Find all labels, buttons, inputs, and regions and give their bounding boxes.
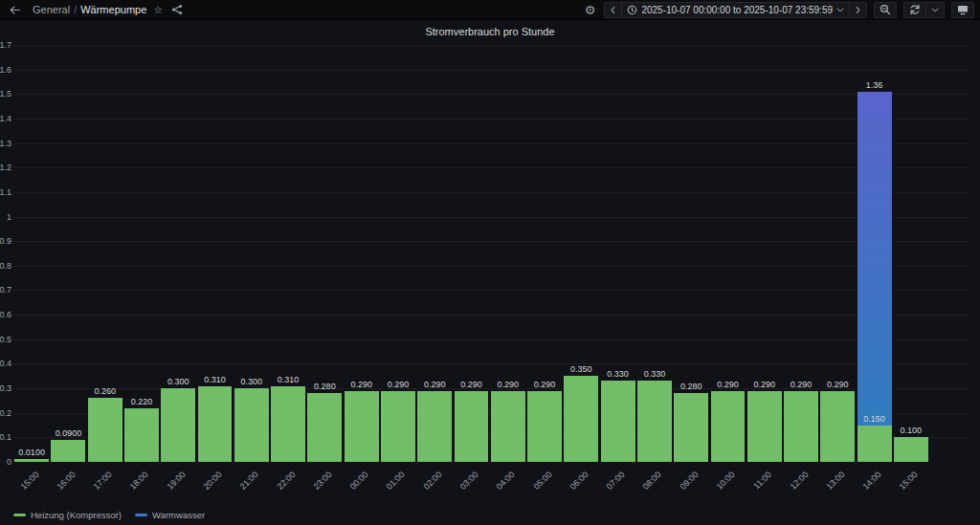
bar-value-label: 0.290 <box>534 380 556 389</box>
x-tick-label: 08:00 <box>641 470 663 492</box>
bar-segment-heizung[interactable] <box>307 393 342 462</box>
y-tick-label: 1.3 <box>0 139 11 148</box>
bar-value-label: 0.280 <box>680 382 702 391</box>
x-tick-label: 02:00 <box>421 470 443 492</box>
y-tick-label: 0.5 <box>0 335 11 344</box>
bar-value-label: 0.220 <box>131 397 153 406</box>
y-tick-label: 0 <box>7 457 11 467</box>
zoom-out-button[interactable] <box>874 2 897 18</box>
bar-value-label: 0.330 <box>644 369 666 379</box>
y-tick-label: 1.7 <box>0 40 11 50</box>
kiosk-mode-button[interactable] <box>951 2 974 18</box>
clock-icon <box>627 5 637 15</box>
refresh-group <box>903 2 945 18</box>
back-button[interactable] <box>6 3 22 17</box>
bar-segment-heizung[interactable] <box>820 391 855 462</box>
time-shift-back-button[interactable] <box>604 2 622 18</box>
panel-stromverbrauch: Stromverbrauch pro Stunde 00.10.20.30.40… <box>0 20 980 525</box>
x-tick-label: 09:00 <box>678 470 700 492</box>
favorite-button[interactable]: ☆ <box>151 4 165 16</box>
x-tick-label: 18:00 <box>128 470 150 492</box>
bar-segment-heizung[interactable] <box>345 391 379 462</box>
bar-value-label: 0.0900 <box>56 428 82 438</box>
bar-segment-heizung[interactable] <box>747 391 782 462</box>
bar-segment-heizung[interactable] <box>234 388 269 462</box>
bar-segment-heizung[interactable] <box>14 459 49 462</box>
bar-value-label: 0.280 <box>314 382 336 391</box>
breadcrumb-separator: / <box>74 4 77 15</box>
star-icon: ☆ <box>153 5 163 15</box>
bar-segment-heizung[interactable] <box>271 386 305 463</box>
x-tick-label: 01:00 <box>385 470 407 492</box>
x-tick-label: 23:00 <box>311 470 333 492</box>
bar-value-label: 0.100 <box>901 426 923 435</box>
y-tick-label: 0.9 <box>0 236 11 246</box>
x-tick-label: 22:00 <box>275 470 297 492</box>
dashboard-settings-button[interactable]: ⚙ <box>583 3 598 17</box>
legend-item[interactable]: Heizung (Kompressor) <box>13 510 122 520</box>
time-range-picker[interactable]: 2025-10-07 00:00:00 to 2025-10-07 23:59:… <box>621 2 850 18</box>
bars-layer: 0.01000.09000.2600.2200.3000.3100.3000.3… <box>13 45 929 462</box>
bar-value-label: 0.310 <box>204 375 226 384</box>
y-tick-label: 1.1 <box>0 187 11 197</box>
y-tick-label: 0.7 <box>0 285 11 295</box>
time-shift-forward-button[interactable] <box>849 2 867 18</box>
bar-segment-heizung[interactable] <box>894 437 928 462</box>
x-tick-label: 14:00 <box>861 470 883 492</box>
breadcrumb-folder[interactable]: General <box>33 4 70 15</box>
refresh-button[interactable] <box>903 2 926 18</box>
legend: Heizung (Kompressor)Warmwasser <box>13 510 205 520</box>
bar-segment-heizung[interactable] <box>858 426 892 462</box>
bar-segment-heizung[interactable] <box>88 398 122 462</box>
x-tick-label: 15:00 <box>898 470 920 492</box>
bar-segment-heizung[interactable] <box>637 381 672 462</box>
bar-value-label: 0.290 <box>791 380 813 389</box>
y-tick-label: 0.4 <box>0 359 11 368</box>
x-tick-label: 19:00 <box>165 470 187 492</box>
legend-label: Warmwasser <box>152 510 205 520</box>
x-tick-label: 03:00 <box>458 470 480 492</box>
y-tick-label: 0.3 <box>0 383 11 393</box>
x-tick-label: 12:00 <box>788 470 810 492</box>
navbar-left: General / Wärmepumpe ☆ <box>6 3 185 17</box>
bar-value-label: 0.290 <box>350 380 372 389</box>
bar-value-label: 0.290 <box>460 380 482 389</box>
x-tick-label: 10:00 <box>715 470 737 492</box>
bar-segment-heizung[interactable] <box>711 391 746 462</box>
bar-segment-heizung[interactable] <box>784 391 818 462</box>
x-tick-label: 07:00 <box>605 470 627 492</box>
bar-segment-heizung[interactable] <box>51 440 85 462</box>
bar-segment-heizung[interactable] <box>491 391 525 462</box>
bar-value-label: 0.290 <box>753 380 775 389</box>
chevron-down-icon <box>931 8 939 12</box>
magnifier-minus-icon <box>880 4 891 15</box>
bar-value-label: 1.36 <box>866 80 883 90</box>
bar-segment-heizung[interactable] <box>527 391 562 462</box>
bar-segment-heizung[interactable] <box>198 386 233 463</box>
bar-segment-heizung[interactable] <box>381 391 415 462</box>
bar-segment-heizung[interactable] <box>161 388 195 462</box>
chevron-down-icon <box>836 8 844 12</box>
bar-value-label: 0.300 <box>241 377 263 386</box>
bar-value-label: 0.290 <box>827 380 849 389</box>
y-tick-label: 1 <box>7 212 11 222</box>
bar-segment-heizung[interactable] <box>674 393 708 462</box>
refresh-interval-dropdown[interactable] <box>925 2 945 18</box>
legend-item[interactable]: Warmwasser <box>135 510 205 520</box>
breadcrumb-dashboard[interactable]: Wärmepumpe <box>80 4 146 15</box>
bar-value-label: 0.0100 <box>18 448 45 457</box>
bar-segment-warmwasser[interactable] <box>858 92 892 426</box>
bar-segment-heizung[interactable] <box>124 408 159 462</box>
bar-segment-heizung[interactable] <box>601 381 635 462</box>
bar-segment-heizung[interactable] <box>564 376 598 462</box>
legend-marker-icon <box>135 514 147 517</box>
bar-value-label: 0.290 <box>498 380 520 389</box>
gear-icon: ⚙ <box>585 4 596 16</box>
bar-value-label: 0.300 <box>167 377 189 386</box>
panel-title: Stromverbrauch pro Stunde <box>0 26 980 37</box>
bar-segment-heizung[interactable] <box>417 391 452 462</box>
x-tick-label: 13:00 <box>824 470 846 492</box>
y-axis: 00.10.20.30.40.50.60.70.80.911.11.21.31.… <box>0 45 11 462</box>
bar-segment-heizung[interactable] <box>455 391 489 462</box>
share-button[interactable] <box>169 3 185 16</box>
